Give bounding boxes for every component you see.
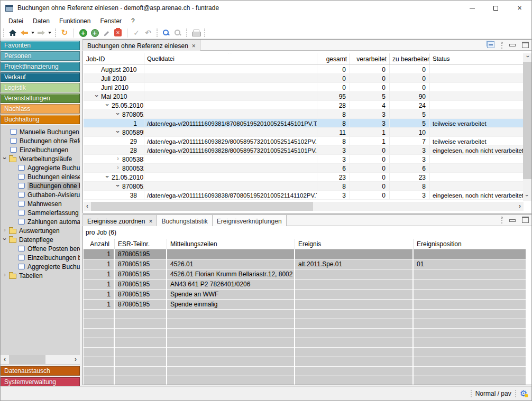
undo-button[interactable]: ↶ xyxy=(143,27,153,38)
tree-item[interactable]: Sammelerfassung S xyxy=(1,208,80,217)
forward-button[interactable] xyxy=(36,27,47,38)
tree-item[interactable]: Einzelbuchungen xyxy=(1,145,80,154)
scroll-left-arrow[interactable]: ‹ xyxy=(1,355,9,364)
sidebar-item-nachlass[interactable]: Nachlass xyxy=(1,104,80,114)
scroll-left-arrow[interactable]: ‹ xyxy=(84,202,91,211)
chevron-right-icon[interactable] xyxy=(2,272,8,279)
scrollbar-thumb[interactable] xyxy=(91,202,313,211)
scrollbar-thumb[interactable] xyxy=(523,62,531,179)
close-icon[interactable]: × xyxy=(149,219,152,224)
tab-buchungen-ohne-referenz[interactable]: Buchungen ohne Referenz einlesen × xyxy=(82,40,200,51)
forward-dropdown-caret[interactable] xyxy=(48,32,51,34)
chevron-right-icon[interactable] xyxy=(115,156,121,163)
panel-maximize-icon[interactable] xyxy=(522,42,529,48)
refresh-button[interactable]: ↻ xyxy=(59,27,70,38)
tree-folder[interactable]: Datenpflege xyxy=(1,235,80,244)
delete-button[interactable]: ✕ xyxy=(113,27,123,38)
close-icon[interactable]: × xyxy=(192,43,196,49)
sidebar-item-personen[interactable]: Personen xyxy=(1,51,80,61)
minimize-button[interactable] xyxy=(460,1,484,15)
table-row[interactable]: Juni 2010 0 0 0 xyxy=(84,83,524,92)
column-header-zu-bearbeiten[interactable]: zu bearbeiten xyxy=(390,53,430,64)
table-row[interactable]: Mai 2010 95 5 90 xyxy=(84,92,524,101)
table-row[interactable]: 87080519 8 0 8 xyxy=(84,182,524,191)
sidebar-item-projektfinanzierung[interactable]: Projektfinanzierung xyxy=(1,62,80,71)
panel-minimize-icon[interactable] xyxy=(509,219,516,222)
sidebar-item-datenaustausch[interactable]: Datenaustausch xyxy=(1,366,80,376)
column-header-anzahl[interactable]: Anzahl xyxy=(84,239,115,249)
column-header-ereignisposition[interactable]: Ereignisposition xyxy=(414,239,526,249)
tree-item[interactable]: Mahnwesen xyxy=(1,199,80,208)
chevron-down-icon[interactable] xyxy=(105,174,111,181)
horizontal-scrollbar[interactable]: ‹ › xyxy=(84,202,524,211)
column-header-verarbeitet[interactable]: verarbeitet xyxy=(350,53,390,64)
table-row[interactable]: August 2010 0 0 0 xyxy=(84,65,524,74)
panel-maximize-icon[interactable] xyxy=(522,217,529,223)
scroll-right-arrow[interactable]: › xyxy=(71,355,80,364)
column-header-quelldatei[interactable]: Quelldatei xyxy=(144,53,317,64)
scroll-down-arrow[interactable]: › xyxy=(523,192,531,201)
tree-item[interactable]: Aggregierte Buchun xyxy=(1,262,80,271)
column-header-esr-teilnr[interactable]: ESR-Teilnr. xyxy=(115,239,167,249)
events-row[interactable]: 1 870805195 Spende an WWF xyxy=(84,290,526,300)
menu-daten[interactable]: Daten xyxy=(28,16,54,26)
kebab-menu-icon[interactable] xyxy=(501,42,503,44)
menu-funktionen[interactable]: Funktionen xyxy=(54,16,95,26)
events-row-selected[interactable]: 1 870805195 xyxy=(84,249,526,259)
menu-fenster[interactable]: Fenster xyxy=(95,16,126,26)
tree-item[interactable]: Offene Posten bere xyxy=(1,244,80,253)
sidebar-item-buchhaltung[interactable]: Buchhaltung xyxy=(1,115,80,124)
tree-item[interactable]: Aggregierte Buchun xyxy=(1,163,80,172)
tree-item[interactable]: Zahlungen automat xyxy=(1,217,80,226)
table-row[interactable]: 80005329 6 0 6 xyxy=(84,164,524,173)
scrollbar-thumb[interactable] xyxy=(9,355,45,364)
tree-item[interactable]: Buchungen einlese xyxy=(1,172,80,181)
table-row[interactable]: 87080519 8 3 5 xyxy=(84,110,524,119)
tree-folder[interactable]: Tabellen xyxy=(1,271,80,280)
sidebar-item-verkauf[interactable]: Verkauf xyxy=(1,72,80,82)
back-dropdown-caret[interactable] xyxy=(31,32,34,34)
panel-minimize-icon[interactable] xyxy=(509,44,516,46)
scroll-right-arrow[interactable]: › xyxy=(516,202,524,211)
table-row[interactable]: Juli 2010 0 0 0 xyxy=(84,74,524,83)
column-header-status[interactable]: Status xyxy=(430,53,524,64)
events-row[interactable]: 1 870805195 4526.01 alt.2011.Spe.01 01 xyxy=(84,259,526,269)
close-button[interactable]: × xyxy=(508,1,531,15)
tab-ereignisverknuepfungen[interactable]: Ereignisverknüpfungen xyxy=(213,215,287,226)
sidebar-item-favoriten[interactable]: Favoriten xyxy=(1,41,80,50)
tree-item[interactable]: Buchungen ohne Refe xyxy=(1,136,80,145)
tree-item[interactable]: Guthaben-Avisierun xyxy=(1,190,80,199)
print-button[interactable] xyxy=(190,27,201,38)
menu-datei[interactable]: Datei xyxy=(4,16,28,26)
chevron-right-icon[interactable] xyxy=(115,165,121,172)
sidebar-horizontal-scrollbar[interactable]: ‹ › xyxy=(1,355,80,364)
add-alternate-button[interactable]: + xyxy=(89,27,100,38)
menu-help[interactable]: ? xyxy=(126,16,140,26)
search-button[interactable] xyxy=(161,27,171,38)
column-header-ereignis[interactable]: Ereignis xyxy=(295,239,414,249)
sidebar-item-logistik[interactable]: Logistik xyxy=(1,83,80,92)
tree-folder[interactable]: Auswertungen xyxy=(1,226,80,235)
sidebar-item-systemverwaltung[interactable]: Systemverwaltung xyxy=(1,377,80,387)
chevron-down-icon[interactable] xyxy=(2,236,8,243)
table-row[interactable]: 29 /daten/ega-v/20111116093829/800589573… xyxy=(84,137,524,146)
chevron-down-icon[interactable] xyxy=(115,183,121,190)
chevron-right-icon[interactable] xyxy=(2,227,8,234)
events-row[interactable]: 1 870805195 AN43 641 P2 7826401/0206 xyxy=(84,279,526,290)
chevron-down-icon[interactable] xyxy=(94,93,100,100)
kebab-menu-icon[interactable] xyxy=(501,217,503,219)
tab-ereignisse-zuordnen[interactable]: Ereignisse zuordnen × xyxy=(82,215,157,226)
chevron-down-icon[interactable] xyxy=(115,111,121,118)
tree-item[interactable]: Manuelle Buchungen xyxy=(1,127,80,136)
add-button[interactable]: + xyxy=(78,27,88,38)
filter-scope-label[interactable]: pro Job (6) xyxy=(86,229,116,236)
column-header-job-id[interactable]: Job-ID xyxy=(84,53,144,64)
search-secondary-button[interactable] xyxy=(172,27,183,38)
tab-buchungstatistik[interactable]: Buchungstatistik xyxy=(157,215,212,226)
table-row[interactable]: 80058957 11 1 10 xyxy=(84,128,524,137)
table-row-selected[interactable]: 1 /daten/ega-v/2011111609381/87080519520… xyxy=(84,119,524,128)
table-row[interactable]: 25.05.2010 28 4 24 xyxy=(84,101,524,110)
maximize-button[interactable] xyxy=(484,1,508,15)
vertical-scrollbar[interactable]: ‹ › xyxy=(523,53,531,201)
back-button[interactable] xyxy=(19,27,30,38)
